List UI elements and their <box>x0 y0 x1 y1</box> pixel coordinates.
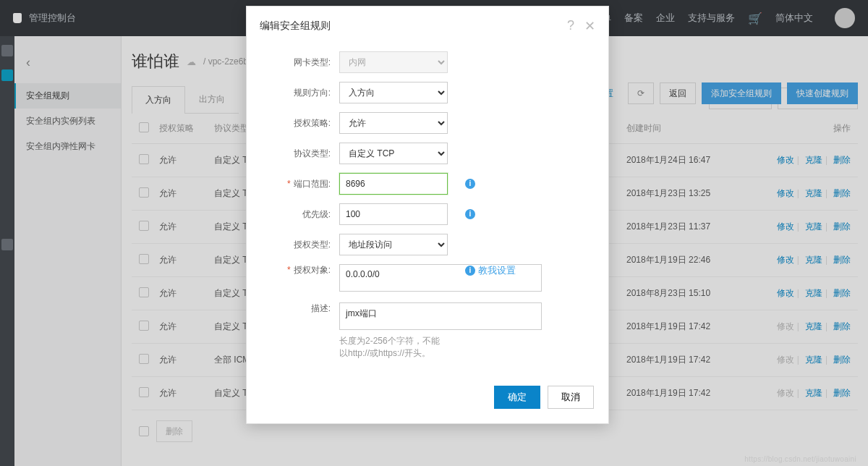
desc-hint: 长度为2-256个字符，不能以http://或https://开头。 <box>339 335 448 360</box>
label-direction: 规则方向: <box>260 87 339 99</box>
label-proto: 协议类型: <box>260 148 339 160</box>
help-icon[interactable]: ? <box>567 18 574 34</box>
nic-select: 内网 <box>339 51 448 73</box>
label-port: *端口范围: <box>260 178 339 190</box>
modal-title: 编辑安全组规则 <box>260 20 331 33</box>
protocol-select[interactable]: 自定义 TCP <box>339 143 448 164</box>
label-desc: 描述: <box>260 302 339 315</box>
label-authtype: 授权类型: <box>260 239 339 251</box>
authobj-helpme[interactable]: i教我设置 <box>465 264 516 277</box>
desc-input[interactable] <box>339 302 542 330</box>
priority-input[interactable] <box>339 203 448 225</box>
port-input[interactable] <box>339 173 448 195</box>
edit-rule-modal: 编辑安全组规则 ? ✕ 网卡类型: 内网 规则方向: 入方向 授权策略: 允许 … <box>246 6 609 424</box>
label-policy: 授权策略: <box>260 117 339 130</box>
priority-info-icon[interactable]: i <box>465 209 475 219</box>
label-authobj: *授权对象: <box>260 264 339 276</box>
policy-select[interactable]: 允许 <box>339 112 448 134</box>
ok-button[interactable]: 确定 <box>494 386 540 409</box>
authtype-select[interactable]: 地址段访问 <box>339 234 448 255</box>
port-info-icon[interactable]: i <box>465 179 475 189</box>
direction-select[interactable]: 入方向 <box>339 82 448 103</box>
label-priority: 优先级: <box>260 208 339 221</box>
label-nic: 网卡类型: <box>260 56 339 69</box>
close-icon[interactable]: ✕ <box>584 18 595 34</box>
cancel-button[interactable]: 取消 <box>548 386 594 409</box>
